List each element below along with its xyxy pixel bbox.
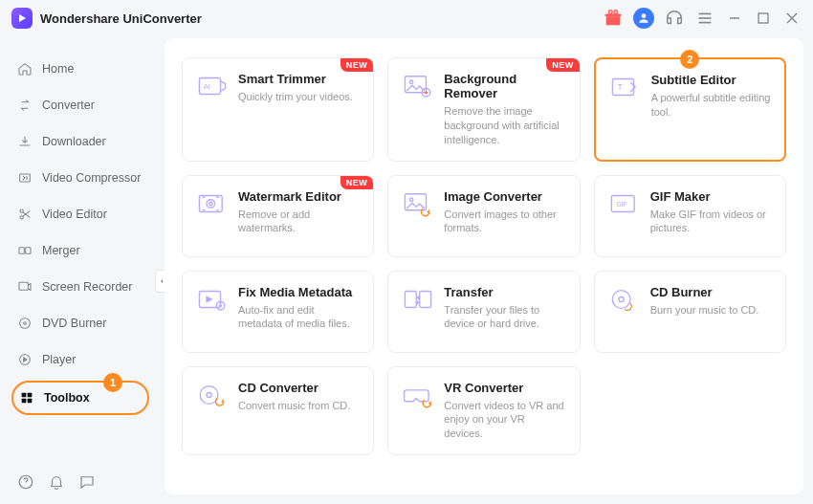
app-title: Wondershare UniConverter	[40, 11, 202, 26]
cd-burner-icon	[608, 285, 641, 314]
new-badge: NEW	[341, 176, 374, 189]
sidebar-item-label: Home	[42, 62, 74, 76]
gift-icon[interactable]	[603, 8, 624, 29]
tool-title: Smart Trimmer	[238, 72, 360, 86]
svg-rect-33	[199, 195, 222, 211]
sidebar-item-label: Merger	[42, 244, 80, 257]
sidebar-item-converter[interactable]: Converter	[11, 90, 149, 121]
sidebar-item-screen-recorder[interactable]: Screen Recorder	[11, 272, 149, 302]
feedback-icon[interactable]	[78, 473, 96, 491]
tool-title: Fix Media Metadata	[238, 285, 360, 299]
sidebar-item-label: Downloader	[42, 135, 106, 148]
svg-rect-23	[22, 399, 27, 404]
tool-card-gif-maker[interactable]: GIF GIF Maker Make GIF from videos or pi…	[594, 175, 786, 257]
tool-title: CD Burner	[650, 285, 772, 299]
sidebar-item-home[interactable]: Home	[11, 54, 149, 84]
sidebar-item-merger[interactable]: Merger	[11, 235, 149, 266]
minimize-button[interactable]	[725, 9, 744, 28]
tool-title: GIF Maker	[650, 189, 772, 204]
watermark-editor-icon	[196, 189, 229, 218]
svg-point-29	[410, 80, 413, 83]
sidebar-item-downloader[interactable]: Downloader	[11, 126, 149, 157]
content-panel: NEW AI Smart Trimmer Quickly trim your v…	[165, 38, 803, 494]
sidebar-item-player[interactable]: Player	[11, 344, 149, 375]
home-icon	[17, 61, 33, 77]
tool-desc: Remove the image background with artific…	[444, 104, 565, 147]
background-remover-icon	[402, 72, 434, 100]
tool-card-cd-converter[interactable]: CD Converter Convert music from CD.	[182, 366, 374, 456]
titlebar-controls	[603, 8, 802, 29]
tool-card-subtitle-editor[interactable]: 2 T Subtitle Editor A powerful subtitle …	[594, 57, 786, 162]
play-icon	[17, 352, 33, 367]
svg-point-4	[642, 13, 647, 18]
svg-rect-42	[406, 291, 417, 307]
sidebar-item-label: Converter	[42, 99, 95, 112]
svg-rect-24	[28, 399, 33, 404]
tool-desc: Transfer your files to device or hard dr…	[444, 303, 565, 332]
svg-rect-15	[19, 248, 24, 254]
tool-card-transfer[interactable]: Transfer Transfer your files to device o…	[387, 271, 580, 353]
svg-rect-0	[606, 16, 621, 25]
vr-converter-icon	[402, 381, 434, 409]
svg-rect-21	[22, 393, 27, 398]
tool-card-cd-burner[interactable]: CD Burner Burn your music to CD.	[594, 271, 786, 353]
tool-card-background-remover[interactable]: NEW Background Remover Remove the image …	[387, 57, 580, 162]
titlebar: Wondershare UniConverter	[0, 0, 813, 36]
tool-desc: Remove or add watermarks.	[238, 208, 360, 236]
svg-point-18	[20, 318, 31, 329]
svg-point-35	[209, 202, 212, 205]
subtitle-editor-icon: T	[609, 73, 642, 101]
svg-rect-31	[612, 79, 633, 96]
tool-desc: Convert videos to VR and enjoy on your V…	[444, 399, 565, 442]
support-icon[interactable]	[664, 8, 685, 29]
tool-card-smart-trimmer[interactable]: NEW AI Smart Trimmer Quickly trim your v…	[182, 57, 374, 162]
tool-title: VR Converter	[444, 381, 565, 395]
sidebar-item-video-editor[interactable]: Video Editor	[11, 199, 149, 230]
sidebar-item-label: DVD Burner	[42, 317, 106, 330]
tool-desc: A powerful subtitle editing tool.	[651, 91, 771, 120]
user-avatar-icon[interactable]	[633, 8, 654, 29]
tool-title: CD Converter	[238, 381, 360, 395]
svg-point-3	[614, 11, 618, 14]
sidebar-item-toolbox[interactable]: Toolbox 1	[11, 381, 149, 415]
cd-converter-icon	[196, 381, 229, 409]
svg-point-34	[207, 199, 215, 208]
sidebar: Home Converter Downloader Video Compress…	[0, 36, 161, 504]
sidebar-footer	[11, 468, 149, 496]
sidebar-item-dvd-burner[interactable]: DVD Burner	[11, 308, 149, 339]
svg-point-37	[410, 198, 413, 201]
converter-icon	[17, 98, 33, 113]
tool-card-vr-converter[interactable]: VR Converter Convert videos to VR and en…	[387, 366, 580, 456]
tool-title: Background Remover	[444, 72, 565, 100]
svg-point-47	[207, 392, 211, 397]
svg-text:AI: AI	[204, 82, 210, 91]
sidebar-item-label: Toolbox	[44, 391, 90, 405]
app-logo-icon	[11, 8, 33, 29]
menu-icon[interactable]	[694, 8, 715, 29]
tool-card-fix-media-metadata[interactable]: Fix Media Metadata Auto-fix and edit met…	[182, 271, 374, 353]
svg-rect-17	[19, 282, 28, 290]
merge-icon	[17, 243, 33, 258]
tool-desc: Make GIF from videos or pictures.	[650, 208, 772, 236]
download-icon	[17, 134, 33, 149]
sidebar-item-video-compressor[interactable]: Video Compressor	[11, 163, 149, 193]
image-converter-icon	[402, 189, 434, 218]
compress-icon	[17, 170, 33, 186]
bell-icon[interactable]	[48, 473, 65, 491]
tool-title: Watermark Editor	[238, 189, 360, 204]
sidebar-item-label: Video Compressor	[42, 171, 141, 185]
annotation-badge-1: 1	[103, 373, 122, 392]
svg-rect-1	[605, 13, 622, 16]
tool-card-watermark-editor[interactable]: NEW Watermark Editor Remove or add water…	[182, 175, 374, 257]
svg-point-14	[20, 216, 23, 219]
help-icon[interactable]	[17, 473, 34, 491]
svg-rect-22	[28, 393, 33, 398]
maximize-button[interactable]	[754, 9, 773, 28]
sidebar-item-label: Screen Recorder	[42, 280, 133, 294]
svg-text:T: T	[617, 82, 622, 92]
close-button[interactable]	[782, 9, 802, 28]
tools-grid: NEW AI Smart Trimmer Quickly trim your v…	[182, 57, 786, 455]
svg-point-44	[612, 290, 630, 308]
tool-card-image-converter[interactable]: Image Converter Convert images to other …	[387, 175, 580, 257]
disc-icon	[17, 316, 33, 331]
